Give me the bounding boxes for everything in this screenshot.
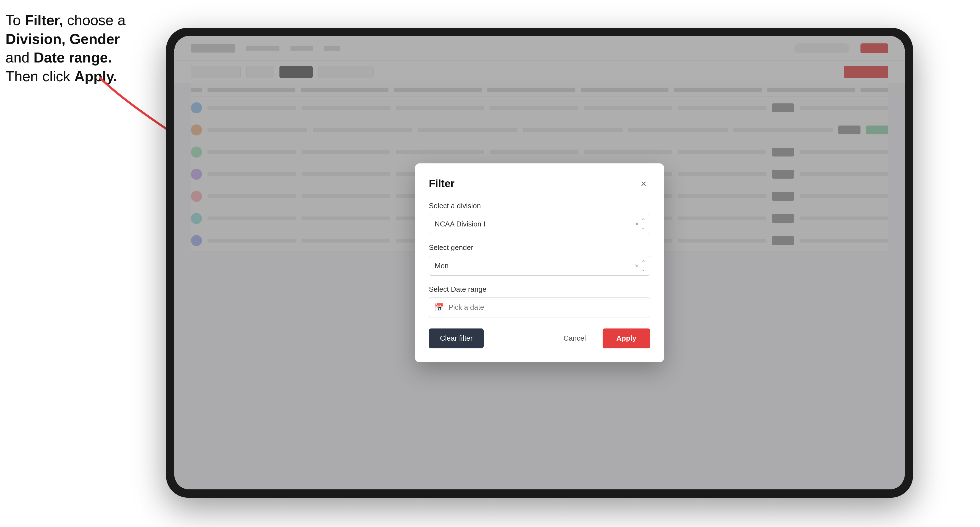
division-select-wrapper: NCAA Division I × ⌃⌄ [429, 214, 650, 234]
modal-close-button[interactable]: × [637, 177, 650, 190]
instruction-block: To Filter, choose a Division, Gender and… [6, 11, 161, 86]
division-form-group: Select a division NCAA Division I × ⌃⌄ [429, 202, 650, 234]
cancel-button[interactable]: Cancel [552, 329, 597, 348]
gender-select[interactable]: Men [429, 256, 650, 276]
filter-bold: Filter, [25, 12, 63, 28]
gender-label: Select gender [429, 243, 650, 252]
instruction-line1: To Filter, choose a [6, 12, 126, 28]
date-picker-input[interactable] [429, 297, 650, 317]
division-select[interactable]: NCAA Division I [429, 214, 650, 234]
then-apply-line: Then click Apply. [6, 68, 117, 84]
modal-header: Filter × [429, 177, 650, 190]
apply-bold: Apply. [75, 68, 117, 84]
modal-overlay: Filter × Select a division NCAA Division… [174, 36, 905, 489]
gender-select-wrapper: Men × ⌃⌄ [429, 256, 650, 276]
date-input-wrapper: 📅 [429, 297, 650, 317]
close-icon: × [641, 178, 646, 190]
gender-form-group: Select gender Men × ⌃⌄ [429, 243, 650, 276]
apply-button[interactable]: Apply [603, 329, 650, 348]
gender-clear-icon[interactable]: × [635, 262, 639, 270]
division-clear-icon[interactable]: × [635, 220, 639, 228]
modal-footer-right: Cancel Apply [552, 329, 650, 348]
tablet-frame: Filter × Select a division NCAA Division… [166, 28, 913, 498]
clear-filter-button[interactable]: Clear filter [429, 329, 484, 348]
modal-footer: Clear filter Cancel Apply [429, 329, 650, 348]
date-form-group: Select Date range 📅 [429, 285, 650, 317]
date-label: Select Date range [429, 285, 650, 294]
filter-modal: Filter × Select a division NCAA Division… [415, 163, 664, 362]
division-gender-bold: Division, Gender [6, 31, 120, 47]
date-range-bold: Date range. [33, 49, 112, 65]
division-label: Select a division [429, 202, 650, 210]
and-date-line: and Date range. [6, 49, 112, 65]
modal-title: Filter [429, 178, 455, 190]
tablet-screen: Filter × Select a division NCAA Division… [174, 36, 905, 489]
